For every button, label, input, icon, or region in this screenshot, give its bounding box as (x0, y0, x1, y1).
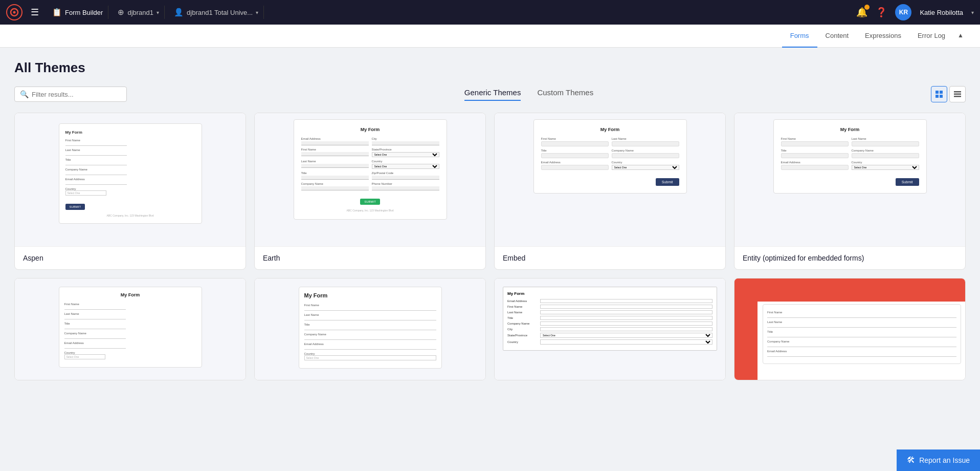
brand-icon: ⊕ (118, 8, 124, 17)
report-issue-button[interactable]: 🛠 Report an Issue (897, 449, 980, 471)
svg-rect-8 (954, 96, 961, 97)
theme-label-embed: Embed (495, 246, 725, 269)
form-builder-icon: 📋 (52, 8, 62, 17)
theme-card-bottom-1[interactable]: My Form First Name Last Name Title Compa… (14, 278, 246, 380)
page-title: All Themes (14, 60, 966, 76)
theme-label-earth: Earth (255, 246, 485, 269)
theme-card-aspen[interactable]: My Form First Name Last Name Title Compa… (14, 113, 246, 270)
svg-point-1 (13, 11, 16, 14)
workspace-label: djbrand1 Total Unive... (187, 9, 253, 16)
svg-rect-3 (940, 91, 943, 94)
theme-preview-bottom-4: My Form First Name Last Name Title Compa… (734, 279, 965, 380)
sub-navigation: Forms Content Expressions Error Log ▲ (0, 25, 980, 48)
theme-preview-aspen: My Form First Name Last Name Title Compa… (15, 113, 246, 246)
tab-content[interactable]: Content (817, 25, 857, 48)
svg-rect-4 (936, 95, 939, 98)
grid-view-button[interactable] (931, 86, 947, 102)
brand-chevron-icon: ▾ (157, 10, 159, 15)
search-input[interactable] (32, 91, 121, 98)
search-icon: 🔍 (20, 90, 29, 98)
workspace-icon: 👤 (174, 8, 184, 17)
app-logo[interactable] (6, 4, 23, 20)
themes-grid-bottom: My Form First Name Last Name Title Compa… (14, 278, 966, 380)
theme-label-entity: Entity (optimized for embedded forms) (734, 246, 965, 269)
theme-card-bottom-3[interactable]: My Form Email Address First Name Last Na… (494, 278, 726, 380)
theme-card-bottom-4[interactable]: My Form First Name Last Name Title Compa… (734, 278, 966, 380)
report-issue-label: Report an Issue (919, 456, 970, 464)
workspace-chevron-icon: ▾ (256, 10, 258, 15)
tab-generic-themes[interactable]: Generic Themes (464, 88, 521, 101)
hamburger-menu[interactable]: ☰ (27, 5, 43, 20)
main-content: All Themes 🔍 Generic Themes Custom Theme… (0, 48, 980, 393)
theme-card-bottom-2[interactable]: My Form First Name Last Name Title Compa… (254, 278, 486, 380)
svg-rect-6 (954, 91, 961, 93)
tab-error-log[interactable]: Error Log (909, 25, 953, 48)
nav-brand[interactable]: ⊕ djbrand1 ▾ (113, 6, 165, 19)
theme-preview-earth: My Form Email Address City First Name St… (255, 113, 485, 246)
notification-badge (864, 5, 870, 10)
tab-forms[interactable]: Forms (782, 25, 817, 48)
nav-workspace[interactable]: 👤 djbrand1 Total Unive... ▾ (169, 6, 264, 19)
theme-label-aspen: Aspen (15, 246, 246, 269)
svg-rect-2 (936, 91, 939, 94)
theme-preview-embed: My Form First Name Last Name Title Compa… (495, 113, 725, 246)
tab-custom-themes[interactable]: Custom Themes (537, 88, 593, 101)
theme-preview-bottom-1: My Form First Name Last Name Title Compa… (15, 279, 246, 380)
themes-grid: My Form First Name Last Name Title Compa… (14, 113, 966, 270)
brand-label: djbrand1 (127, 9, 153, 16)
theme-card-entity[interactable]: My Form First Name Last Name Title Compa… (734, 113, 966, 270)
search-box: 🔍 (14, 87, 127, 102)
report-icon: 🛠 (907, 456, 915, 465)
theme-tabs: Generic Themes Custom Themes (127, 88, 931, 101)
view-toggle (931, 86, 966, 102)
theme-card-embed[interactable]: My Form First Name Last Name Title Compa… (494, 113, 726, 270)
svg-rect-5 (940, 95, 943, 98)
filter-row: 🔍 Generic Themes Custom Themes (14, 86, 966, 102)
user-name[interactable]: Katie Robilotta (920, 9, 963, 16)
user-avatar[interactable]: KR (895, 4, 911, 20)
collapse-button[interactable]: ▲ (953, 25, 968, 47)
nav-form-builder[interactable]: 📋 Form Builder (47, 6, 108, 19)
theme-card-earth[interactable]: My Form Email Address City First Name St… (254, 113, 486, 270)
form-builder-label: Form Builder (65, 9, 103, 16)
tab-expressions[interactable]: Expressions (857, 25, 909, 48)
notifications-bell[interactable]: 🔔 (856, 7, 867, 18)
theme-preview-bottom-2: My Form First Name Last Name Title Compa… (255, 279, 485, 380)
help-button[interactable]: ❓ (876, 7, 887, 18)
list-view-button[interactable] (949, 86, 966, 102)
user-chevron-icon: ▾ (971, 10, 974, 15)
theme-preview-entity: My Form First Name Last Name Title Compa… (734, 113, 965, 246)
svg-rect-7 (954, 94, 961, 95)
theme-preview-bottom-3: My Form Email Address First Name Last Na… (495, 279, 725, 380)
